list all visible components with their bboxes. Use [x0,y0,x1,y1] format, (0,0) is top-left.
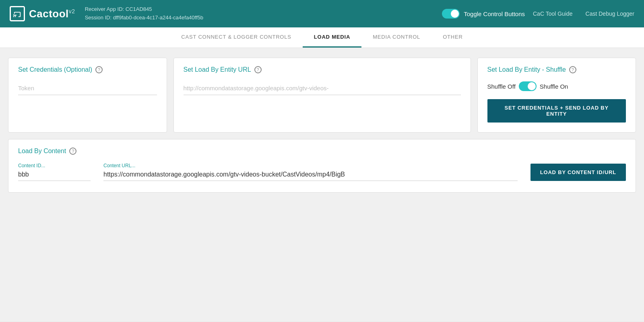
credentials-card-title: Set Credentials (Optional) ? [18,66,157,73]
credentials-help-icon[interactable]: ? [95,66,103,73]
toggle-control-buttons-switch[interactable] [442,9,460,19]
tab-load-media[interactable]: LOAD MEDIA [303,27,361,48]
load-by-entity-url-title: Set Load By Entity URL ? [184,66,461,73]
main-content: Set Credentials (Optional) ? Set Load By… [0,48,644,322]
load-by-entity-shuffle-card: Set Load By Entity - Shuffle ? Shuffle O… [477,58,636,133]
logo: Cactoolv2 [10,6,75,21]
load-by-entity-shuffle-title: Set Load By Entity - Shuffle ? [487,66,626,73]
logo-text: Cactoolv2 [29,8,75,20]
token-input[interactable] [18,81,157,95]
load-by-entity-url-help-icon[interactable]: ? [254,66,262,73]
load-by-content-card: Load By Content ? Content ID... Content … [8,139,636,193]
session-id: Session ID: dff9fab0-dcea-4c17-a244-ca4e… [85,14,434,22]
shuffle-toggle-row: Shuffle Off Shuffle On [487,81,626,91]
cast-svg [13,9,22,18]
load-by-content-help-icon[interactable]: ? [69,147,76,155]
top-cards-row: Set Credentials (Optional) ? Set Load By… [8,58,636,133]
tab-cast-connect[interactable]: CAST CONNECT & LOGGER CONTROLS [170,27,302,48]
content-url-input[interactable] [103,169,518,181]
toggle-label: Toggle Control Buttons [464,10,525,17]
load-by-content-title: Load By Content ? [18,147,626,155]
cac-tool-guide-link[interactable]: CaC Tool Guide [533,10,573,17]
shuffle-toggle[interactable] [519,81,537,91]
receiver-id: Receiver App ID: CC1AD845 [85,5,434,14]
toggle-control-section: Toggle Control Buttons [442,9,525,19]
set-credentials-send-load-button[interactable]: SET CREDENTIALS + SEND LOAD BY ENTITY [487,99,626,123]
credentials-card: Set Credentials (Optional) ? [8,58,167,133]
load-by-content-button[interactable]: LOAD BY CONTENT ID/URL [530,164,626,181]
content-url-group: Content URL... [103,163,518,181]
load-by-entity-url-card: Set Load By Entity URL ? [173,58,471,133]
content-id-label: Content ID... [18,163,91,168]
tab-other[interactable]: OTHER [431,27,474,48]
content-id-group: Content ID... [18,163,91,181]
cast-icon [10,6,25,21]
toggle-slider [442,9,460,19]
cast-debug-logger-link[interactable]: Cast Debug Logger [586,10,634,17]
shuffle-off-label: Shuffle Off [487,83,516,90]
header-nav: CaC Tool Guide Cast Debug Logger [533,10,634,17]
content-url-label: Content URL... [103,163,518,168]
shuffle-slider [519,81,537,91]
session-info: Receiver App ID: CC1AD845 Session ID: df… [85,5,434,22]
header: Cactoolv2 Receiver App ID: CC1AD845 Sess… [0,0,644,27]
main-tab-bar: CAST CONNECT & LOGGER CONTROLS LOAD MEDI… [0,27,644,48]
entity-url-input[interactable] [184,81,461,95]
content-id-input[interactable] [18,169,91,181]
shuffle-help-icon[interactable]: ? [569,66,576,73]
content-inputs-row: Content ID... Content URL... LOAD BY CON… [18,163,626,181]
shuffle-on-label: Shuffle On [540,83,568,90]
tab-media-control[interactable]: MEDIA CONTROL [361,27,431,48]
